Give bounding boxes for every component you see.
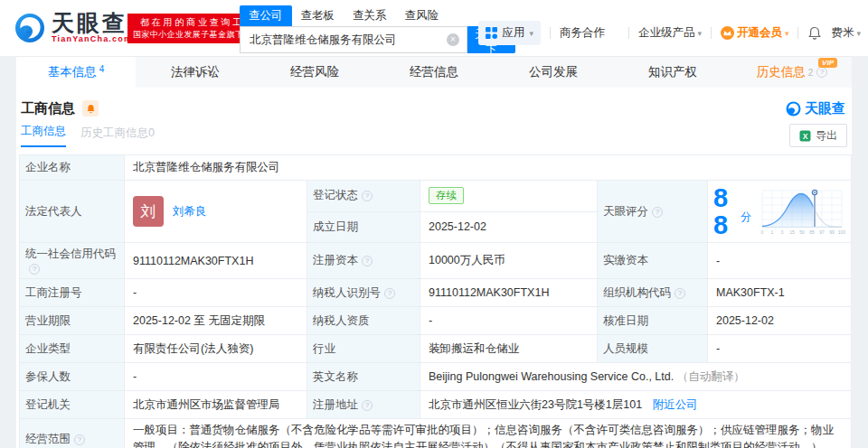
bell-icon[interactable]	[807, 26, 822, 41]
enterprise-menu[interactable]: 企业级产品 ▾	[638, 25, 702, 41]
export-label: 导出	[816, 128, 837, 144]
tab-operation-risk[interactable]: 经营风险	[255, 57, 374, 88]
industry-label: 行业	[307, 335, 420, 363]
table-row: 法定代表人 刘 刘希良 登记状态? 存续 天眼评分? 88 分	[20, 181, 852, 212]
subtab-business-info[interactable]: 工商信息	[21, 124, 66, 147]
taxpayer-id-label: 纳税人识别号?	[307, 279, 420, 307]
apps-menu[interactable]: 应用 ▾	[478, 21, 541, 45]
taxpayer-quality-label: 纳税人资质	[307, 307, 420, 335]
excel-icon: X	[799, 130, 811, 142]
header-nav: 应用 ▾ 商务合作 企业级产品 ▾ 开通会员 ▾ 费米 ▾	[478, 21, 861, 45]
search-tab-relation[interactable]: 查关系	[344, 5, 396, 26]
svg-text:99: 99	[829, 229, 835, 235]
reg-number-value: -	[125, 279, 307, 307]
reg-authority-label: 登记机关	[20, 391, 125, 419]
tab-label: 公司发展	[529, 64, 578, 80]
svg-text:50: 50	[799, 229, 805, 235]
table-row: 参保人数 - 英文名称 Beijing Pulongwei Warehousin…	[20, 363, 852, 391]
reg-capital-value: 10000万人民币	[420, 243, 598, 279]
clear-icon[interactable]: ×	[447, 33, 459, 46]
help-icon[interactable]: ?	[384, 288, 395, 299]
subtab-history-business-info[interactable]: 历史工商信息0	[80, 126, 155, 147]
divider	[550, 27, 551, 39]
nearby-companies-link[interactable]: 附近公司	[653, 398, 698, 411]
help-icon[interactable]: ?	[362, 256, 373, 266]
table-row: 营业期限 2025-12-02 至 无固定期限 纳税人资质 - 核准日期 202…	[20, 307, 852, 335]
vip-label: 开通会员	[737, 25, 782, 41]
svg-text:15: 15	[789, 229, 795, 235]
help-icon[interactable]: ?	[362, 191, 373, 201]
paid-capital-value: -	[708, 243, 852, 279]
tianyancha-logo[interactable]: 天眼查 TianYanCha.com	[14, 12, 132, 43]
search-tab-company[interactable]: 查公司	[240, 5, 292, 26]
tab-company-development[interactable]: 公司发展	[494, 57, 613, 88]
legal-rep-link[interactable]: 刘希良	[173, 204, 207, 219]
help-icon[interactable]: ?	[74, 434, 85, 445]
help-icon[interactable]: ?	[652, 207, 663, 218]
tab-label: 经营信息	[410, 64, 458, 80]
user-menu[interactable]: 费米 ▾	[831, 25, 861, 41]
vip-upgrade-menu[interactable]: 开通会员 ▾	[721, 25, 789, 41]
taxpayer-quality-value: -	[420, 307, 598, 335]
tab-basic-info[interactable]: 基本信息 4	[16, 57, 136, 88]
help-icon[interactable]: ?	[816, 67, 827, 78]
avatar[interactable]: 刘	[133, 196, 164, 227]
svg-text:3: 3	[781, 229, 784, 235]
score-value: 88	[713, 184, 739, 238]
score-label: 天眼评分?	[598, 181, 708, 243]
business-term-value: 2025-12-02 至 无固定期限	[125, 307, 307, 335]
divider	[797, 27, 798, 39]
legal-rep-cell: 刘 刘希良	[125, 181, 307, 243]
uscc-label: 统一社会信用代码?	[20, 243, 125, 279]
divider	[711, 27, 712, 39]
divider	[628, 27, 629, 39]
cooperation-link[interactable]: 商务合作	[560, 25, 605, 41]
approval-date-label: 核准日期	[598, 307, 708, 335]
watermark-logo: 天眼查	[786, 100, 845, 117]
section-title: 工商信息	[21, 100, 75, 117]
tab-history-info[interactable]: VIP 历史信息 2 ?	[732, 57, 852, 88]
help-icon[interactable]: ?	[29, 264, 40, 275]
brand-name: 天眼查	[52, 12, 132, 34]
score-unit: 分	[741, 210, 751, 225]
search-tab-risk[interactable]: 查风险	[396, 5, 448, 26]
apps-label: 应用	[502, 25, 524, 41]
approval-date-value: 2025-12-02	[708, 307, 852, 335]
table-row: 工商注册号 - 纳税人识别号? 91110112MAK30FTX1H 组织机构代…	[20, 279, 852, 307]
svg-text:0: 0	[761, 229, 764, 235]
search-tabs: 查公司 查老板 查关系 查风险	[240, 6, 515, 26]
help-icon[interactable]: ?	[362, 400, 373, 411]
reg-status-label: 登记状态?	[307, 181, 420, 212]
insured-count-label: 参保人数	[20, 363, 125, 391]
reg-address-label: 注册地址?	[307, 391, 420, 419]
tab-operation-info[interactable]: 经营信息	[374, 57, 494, 88]
tab-legal-litigation[interactable]: 法律诉讼	[136, 57, 255, 88]
search-block: 查公司 查老板 查关系 查风险 × 天眼一下	[240, 6, 515, 53]
tab-label: 经营风险	[290, 64, 339, 80]
monitor-bell-icon[interactable]	[82, 100, 99, 117]
table-row: 企业名称 北京普隆维仓储服务有限公司	[20, 155, 852, 181]
est-date-label: 成立日期	[307, 211, 420, 243]
help-icon[interactable]: ?	[675, 288, 685, 299]
reg-capital-label: 注册资本?	[307, 243, 420, 279]
business-scope-label: 经营范围?	[20, 419, 125, 448]
table-row: 登记机关 北京市通州区市场监督管理局 注册地址? 北京市通州区恒业六街23号院1…	[20, 391, 852, 419]
export-button[interactable]: X 导出	[789, 124, 847, 147]
reg-address-value: 北京市通州区恒业六街23号院1号楼1层101 附近公司	[420, 391, 852, 419]
industry-value: 装卸搬运和仓储业	[420, 335, 598, 363]
business-term-label: 营业期限	[20, 307, 125, 335]
insured-count-value: -	[125, 363, 307, 391]
org-code-value: MAK30FTX-1	[708, 279, 852, 307]
legal-rep-label: 法定代表人	[20, 181, 125, 243]
uscc-value: 91110112MAK30FTX1H	[125, 243, 307, 279]
search-tab-boss[interactable]: 查老板	[292, 5, 344, 26]
business-info-table: 企业名称 北京普隆维仓储服务有限公司 法定代表人 刘 刘希良 登记状态? 存续 …	[19, 154, 852, 448]
svg-text:X: X	[803, 131, 808, 140]
tab-intellectual-property[interactable]: 知识产权	[613, 57, 732, 88]
table-row: 企业类型 有限责任公司(法人独资) 行业 装卸搬运和仓储业 人员规模 -	[20, 335, 852, 363]
score-distribution-chart: 0131550859799100	[759, 187, 845, 236]
status-badge: 存续	[429, 187, 464, 204]
score-cell[interactable]: 88 分	[708, 181, 852, 243]
search-input[interactable]	[248, 33, 447, 47]
business-info-card: 工商信息 天眼查 工商信息 历史工商信息0 X 导出	[16, 88, 852, 448]
